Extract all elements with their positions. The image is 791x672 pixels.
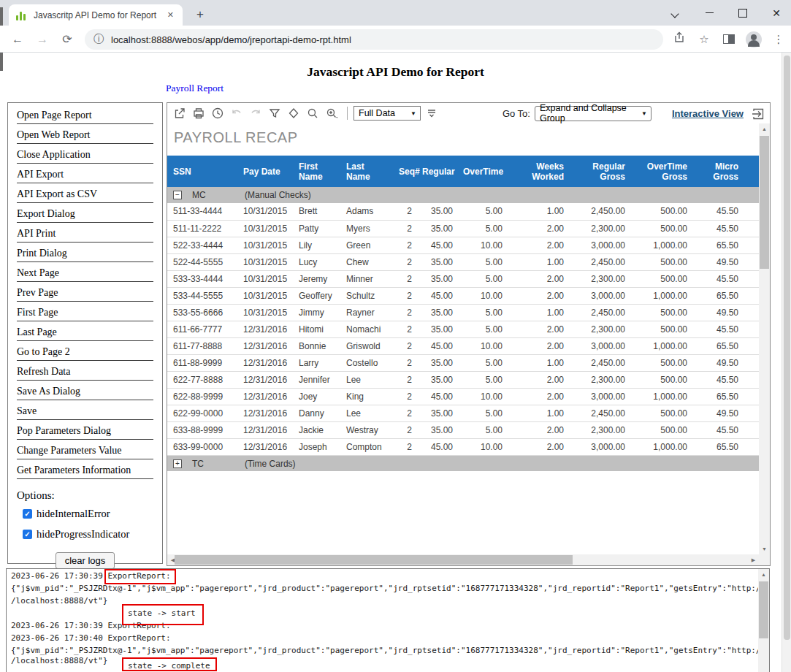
cell: 45.50 <box>692 321 743 337</box>
table-row: 633-88-999912/31/2016JackieWestray235.00… <box>167 421 759 438</box>
filter-icon[interactable] <box>268 107 281 120</box>
cell: 2 <box>393 421 416 438</box>
url-text[interactable]: localhost:8888/webos/app/demo/jreportapi… <box>111 34 351 45</box>
sidebar-item[interactable]: Refresh Data <box>17 364 153 381</box>
page-scrollbar-thumb[interactable] <box>784 56 790 640</box>
share-icon[interactable] <box>667 31 692 48</box>
zoom-icon[interactable] <box>325 107 338 120</box>
cell: Westray <box>340 421 393 438</box>
page-title: Javascript API Demo for Report <box>0 64 791 80</box>
cell: 45.00 <box>416 388 457 405</box>
side-panel-icon[interactable] <box>723 34 735 44</box>
cell: 500.00 <box>630 270 692 287</box>
profile-avatar[interactable] <box>746 31 762 47</box>
checkbox-icon[interactable]: ✓ <box>23 509 32 519</box>
address-bar[interactable]: ⓘ localhost:8888/webos/app/demo/jreporta… <box>85 29 663 50</box>
report-viewer-panel: Full Data ▼ Go To: Expand and Collapse G… <box>167 102 771 566</box>
cell: 1,000.00 <box>630 287 692 304</box>
back-icon[interactable]: ← <box>9 31 26 48</box>
new-tab-button[interactable]: + <box>191 6 209 23</box>
browser-menu-kebab-icon[interactable]: ⋮ <box>766 31 791 48</box>
sidebar-item[interactable]: Change Parameters Value <box>17 443 153 459</box>
column-header: Pay Date <box>237 156 293 187</box>
option-checkbox-row[interactable]: ✓hideProgressIndicator <box>23 528 153 541</box>
cell: 5.00 <box>457 421 507 438</box>
cell: Jackie <box>293 421 340 438</box>
sidebar-item[interactable]: Last Page <box>17 325 153 341</box>
cell: 2,450.00 <box>568 304 630 321</box>
log-scrollbar[interactable]: ▲ <box>758 569 769 672</box>
scroll-down-icon[interactable]: ▼ <box>759 543 770 554</box>
report-horizontal-scrollbar[interactable]: ◀ ▶ <box>167 554 759 565</box>
sidebar-item[interactable]: Print Dialog <box>17 246 153 262</box>
cell: 35.00 <box>416 354 457 371</box>
tab-close-icon[interactable]: ✕ <box>164 9 177 21</box>
cell: 2,450.00 <box>568 354 630 371</box>
full-data-select[interactable]: Full Data ▼ <box>354 106 421 121</box>
window-minimize-button[interactable] <box>692 0 726 26</box>
select-arrow-icon: ▼ <box>410 110 416 117</box>
sidebar-item[interactable]: API Export <box>17 167 153 183</box>
redo-icon <box>249 107 262 120</box>
option-checkbox-row[interactable]: ✓hideInternalError <box>23 508 153 520</box>
collapse-group-icon[interactable]: − <box>173 191 182 199</box>
cell: 12/31/2016 <box>237 371 293 388</box>
cell: 5.00 <box>457 405 507 421</box>
sidebar-item[interactable]: Open Page Report <box>17 108 153 124</box>
sidebar-item[interactable]: API Print <box>17 226 153 243</box>
cell: 2 <box>393 388 416 405</box>
report-vertical-scrollbar[interactable]: ▲ ▼ <box>759 123 770 554</box>
clear-logs-button[interactable]: clear logs <box>56 552 115 569</box>
chart-favicon-icon <box>16 10 28 20</box>
bookmark-star-icon[interactable]: ☆ <box>692 31 717 48</box>
schedule-clock-icon[interactable] <box>211 107 224 120</box>
sidebar-item[interactable]: Close Application <box>17 148 153 164</box>
reload-icon[interactable]: ⟳ <box>58 31 76 48</box>
cell: 2,300.00 <box>568 321 630 337</box>
checkbox-icon[interactable]: ✓ <box>23 530 32 539</box>
toolbar-more-icon[interactable] <box>427 107 437 120</box>
window-maximize-button[interactable] <box>726 0 760 26</box>
tab-search-chevron-icon[interactable] <box>659 0 692 26</box>
browser-tab[interactable]: Javascritp API Demo for Report ✕ <box>9 4 183 26</box>
interactive-view-link[interactable]: Interactive View <box>672 108 744 119</box>
scroll-right-icon[interactable]: ▶ <box>748 554 759 565</box>
sidebar-item[interactable]: Open Web Report <box>17 128 153 144</box>
scroll-up-icon[interactable]: ▲ <box>758 569 769 580</box>
site-info-icon[interactable]: ⓘ <box>93 33 104 46</box>
sidebar-item[interactable]: Export Dialog <box>17 207 153 223</box>
window-close-button[interactable]: ✕ <box>760 0 791 26</box>
export-icon[interactable] <box>173 107 186 120</box>
sidebar-item[interactable]: Save As Dialog <box>17 384 153 400</box>
cell: Lucy <box>293 253 340 270</box>
goto-select[interactable]: Expand and Collapse Group ▼ <box>535 106 651 121</box>
report-vscroll-thumb[interactable] <box>760 136 769 269</box>
table-row: 622-88-999912/31/2016JoeyKing245.0010.00… <box>167 388 759 405</box>
sidebar-item[interactable]: Save <box>17 404 153 420</box>
cell: 12/31/2016 <box>237 405 293 421</box>
page-scrollbar[interactable] <box>782 53 791 672</box>
cell: 2,300.00 <box>568 371 630 388</box>
column-header: OverTime <box>457 156 507 187</box>
log-scroll-thumb[interactable] <box>759 581 768 638</box>
scroll-up-icon[interactable]: ▲ <box>759 123 770 134</box>
sidebar-item[interactable]: Next Page <box>17 266 153 282</box>
sidebar-item[interactable]: Go to Page 2 <box>17 345 153 361</box>
cell: 45.00 <box>416 438 457 455</box>
sidebar-item[interactable]: First Page <box>17 305 153 321</box>
cell: 2.00 <box>507 337 568 354</box>
payroll-report-link[interactable]: Payroll Report <box>166 83 223 94</box>
search-icon[interactable] <box>306 107 319 120</box>
print-icon[interactable] <box>192 107 205 120</box>
interactive-view-open-icon[interactable] <box>751 107 764 120</box>
sidebar-item[interactable]: Prev Page <box>17 286 153 302</box>
cell: 500.00 <box>630 405 692 421</box>
sidebar-item[interactable]: API Export as CSV <box>17 187 153 203</box>
expand-group-icon[interactable]: + <box>173 459 182 468</box>
cell: Schultz <box>340 287 393 304</box>
cell: 5.00 <box>457 253 507 270</box>
report-hscroll-thumb[interactable] <box>175 555 573 565</box>
diamond-drill-icon[interactable] <box>287 107 300 120</box>
sidebar-item[interactable]: Pop Parameters Dialog <box>17 424 153 440</box>
sidebar-item[interactable]: Get Parameters Information <box>17 463 153 479</box>
